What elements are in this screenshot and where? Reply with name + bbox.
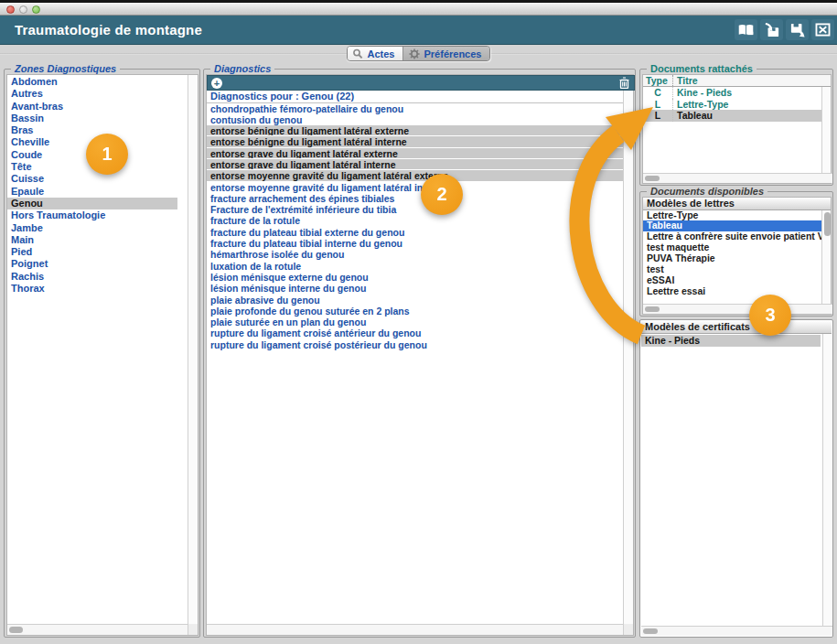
traffic-light-zoom[interactable] — [32, 5, 40, 14]
diagnostic-item[interactable]: entorse grave du ligament latéral intern… — [207, 159, 625, 170]
tab-actes-label: Actes — [368, 48, 395, 59]
diagnostic-item[interactable]: contusion du genou — [207, 114, 625, 125]
trash-icon[interactable] — [619, 77, 629, 89]
attached-doc-row[interactable]: L Tableau — [643, 110, 831, 122]
diagnostic-item[interactable]: plaie profonde du genou suturée en 2 pla… — [207, 306, 625, 317]
diagnostic-item[interactable]: plaie abrasive du genou — [207, 295, 625, 306]
diagnostic-item[interactable]: rupture du ligament croisé antérieur du … — [207, 327, 625, 338]
book-icon[interactable] — [735, 19, 757, 40]
diagnostics-count-header: Diagnostics pour : Genou (22) — [207, 91, 625, 103]
certificates-panel: Modèles de certificats Kine - Pieds — [639, 319, 833, 638]
zone-item[interactable]: Pied — [7, 246, 177, 258]
traffic-light-close[interactable] — [6, 5, 15, 14]
zone-item[interactable]: Poignet — [7, 258, 177, 270]
diagnostic-item[interactable]: fracture arrachement des épines tibiales — [207, 193, 625, 204]
diagnostic-item[interactable]: chondropathie fémoro-patellaire du genou — [207, 103, 625, 114]
zones-horizontal-scrollbar[interactable] — [7, 624, 188, 635]
attached-docs-table: Type Titre C Kine - Pieds L Lettre-Type … — [642, 74, 832, 184]
save-import-icon[interactable] — [760, 19, 783, 40]
certificates-hscroll-thumb[interactable] — [643, 628, 658, 634]
letter-item[interactable]: PUVA Thérapie — [643, 253, 821, 264]
column-titre[interactable]: Titre — [673, 75, 831, 86]
attached-docs-legend: Documents rattachés — [647, 63, 757, 74]
letter-item[interactable]: eSSAI — [643, 275, 821, 286]
column-type[interactable]: Type — [643, 75, 673, 86]
zones-vertical-scrollbar[interactable] — [188, 75, 198, 626]
zone-item[interactable]: Thorax — [7, 283, 177, 295]
diagnostic-item[interactable]: entorse moyenne gravité du ligament laté… — [207, 170, 625, 181]
zone-item[interactable]: Bassin — [7, 113, 177, 124]
diagnostic-item[interactable]: lésion ménisque interne du genou — [207, 283, 625, 294]
zone-item[interactable]: Rachis — [7, 271, 177, 283]
diagnostic-item[interactable]: entorse grave du ligament latéral extern… — [207, 148, 625, 159]
diagnostic-item[interactable]: fracture de la rotule — [207, 215, 625, 226]
actes-tab-icon — [352, 48, 364, 59]
diagnostic-item[interactable]: luxation de la rotule — [207, 261, 625, 272]
zones-scroll-corner — [188, 624, 198, 635]
certificates-horizontal-scrollbar[interactable] — [641, 626, 832, 636]
letters-list: Lettre-Type Tableau Lettre à confrère su… — [643, 210, 821, 297]
zone-item[interactable]: Hors Traumatologie — [7, 209, 177, 221]
preferences-gear-icon — [408, 48, 420, 59]
diagnostics-scroll-corner — [623, 624, 633, 635]
diagnostic-item[interactable]: Fracture de l'extrémité inférieure du ti… — [207, 204, 625, 215]
app-header: Traumatologie de montagne — [0, 16, 837, 45]
letter-item[interactable]: Lettre à confrère suite envoie patient V… — [643, 231, 821, 242]
attached-docs-hscroll-thumb[interactable] — [645, 176, 660, 181]
mac-titlebar[interactable] — [0, 3, 837, 16]
letters-vertical-scrollbar[interactable] — [821, 210, 831, 305]
letters-area: Modèles de lettres Lettre-Type Tableau L… — [642, 197, 832, 315]
available-docs-legend: Documents disponibles — [647, 186, 767, 197]
tab-actes[interactable]: Actes — [348, 47, 404, 60]
zone-item[interactable]: Genou — [7, 198, 177, 209]
certificate-item[interactable]: Kine - Pieds — [641, 335, 821, 347]
close-window-icon[interactable] — [811, 19, 834, 40]
diagnostic-item[interactable]: entorse bénigne du ligament latéral inte… — [207, 136, 625, 147]
diagnostic-item[interactable]: hémarthrose isolée du genou — [207, 249, 625, 260]
letters-vscroll-thumb[interactable] — [824, 212, 831, 236]
save-export-icon[interactable] — [786, 19, 809, 40]
diagnostics-vertical-scrollbar[interactable] — [623, 91, 633, 626]
diagnostics-area: + Diagnostics pour : Genou (22) chondrop… — [206, 74, 634, 636]
letters-horizontal-scrollbar[interactable] — [643, 304, 832, 314]
letter-item[interactable]: test maquette — [643, 242, 821, 253]
diagnostics-list: chondropathie fémoro-patellaire du genou… — [207, 103, 625, 351]
zone-item[interactable]: Bras — [7, 124, 177, 136]
letter-item[interactable]: Tableau — [643, 220, 821, 231]
attached-docs-vertical-scrollbar[interactable] — [821, 87, 831, 174]
attached-doc-row[interactable]: L Lettre-Type — [643, 99, 831, 111]
diagnostic-item[interactable]: fracture du plateau tibial externe du ge… — [207, 227, 625, 238]
diagnostic-item[interactable]: fracture du plateau tibial interne du ge… — [207, 238, 625, 249]
diagnostic-item[interactable]: entorse moyenne gravité du ligament laté… — [207, 182, 625, 193]
zones-panel-legend: Zones Diagnostiques — [11, 63, 120, 74]
zone-item[interactable]: Epaule — [7, 186, 177, 198]
attached-docs-rows: C Kine - Pieds L Lettre-Type L Tableau — [643, 87, 831, 122]
diagnostics-horizontal-scrollbar[interactable] — [207, 624, 625, 635]
zones-hscroll-thumb[interactable] — [9, 627, 23, 633]
zone-item[interactable]: Main — [7, 234, 177, 246]
certificates-vertical-scrollbar[interactable] — [822, 334, 832, 626]
diagnostic-item[interactable]: rupture du ligament croisé postérieur du… — [207, 339, 625, 350]
zone-item[interactable]: Cuisse — [7, 173, 177, 185]
certificates-list: Kine - Pieds — [641, 335, 821, 347]
add-icon[interactable]: + — [211, 78, 222, 89]
diagnostic-item[interactable]: entorse bénigne du ligament latéral exte… — [207, 125, 625, 136]
attached-doc-row[interactable]: C Kine - Pieds — [643, 87, 831, 99]
letters-hscroll-thumb[interactable] — [645, 306, 660, 312]
letter-item[interactable]: test — [643, 264, 821, 275]
zone-item[interactable]: Autres — [7, 88, 177, 100]
diagnostic-item[interactable]: plaie suturée en un plan du genou — [207, 317, 625, 327]
letter-item[interactable]: Leettre essai — [643, 286, 821, 297]
zone-item[interactable]: Avant-bras — [7, 101, 177, 113]
annotation-badge-2: 2 — [421, 174, 463, 215]
diagnostic-item[interactable]: lésion ménisque externe du genou — [207, 272, 625, 283]
traffic-light-minimize[interactable] — [19, 5, 27, 14]
app-title: Traumatologie de montagne — [0, 22, 202, 38]
zone-item[interactable]: Abdomen — [7, 76, 177, 88]
attached-docs-horizontal-scrollbar[interactable] — [643, 173, 832, 183]
tab-strip: Actes Préférences — [0, 45, 837, 62]
annotation-badge-3: 3 — [749, 295, 791, 336]
letter-item[interactable]: Lettre-Type — [643, 210, 821, 221]
tab-preferences[interactable]: Préférences — [403, 47, 489, 60]
zone-item[interactable]: Jambe — [7, 222, 177, 234]
